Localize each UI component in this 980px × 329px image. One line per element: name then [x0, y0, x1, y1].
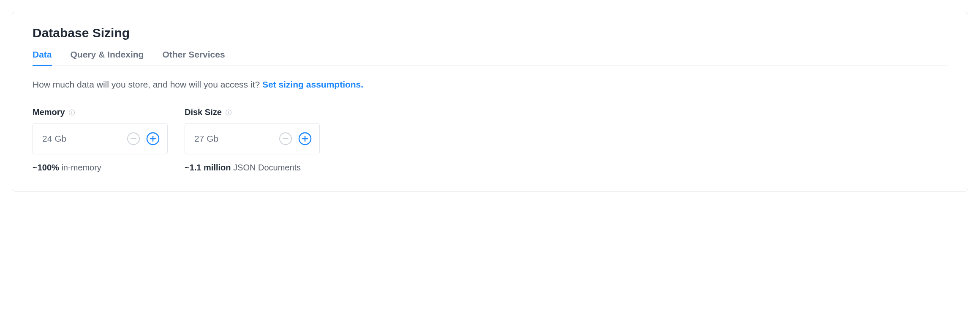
disk-hint-bold: ~1.1 million — [185, 163, 231, 172]
tabs: Data Query & Indexing Other Services — [33, 49, 947, 66]
disk-label-text: Disk Size — [185, 107, 222, 117]
svg-rect-15 — [305, 136, 306, 142]
memory-stepper-controls — [127, 132, 160, 145]
memory-hint-text: in-memory — [59, 163, 101, 172]
disk-field: Disk Size 27 Gb — [185, 107, 320, 173]
svg-rect-10 — [228, 112, 229, 114]
database-sizing-card: Database Sizing Data Query & Indexing Ot… — [12, 12, 968, 192]
fields-row: Memory 24 Gb — [33, 107, 947, 173]
disk-stepper: 27 Gb — [185, 123, 320, 154]
svg-rect-12 — [283, 138, 289, 139]
info-icon[interactable] — [225, 109, 232, 116]
disk-hint-text: JSON Documents — [231, 163, 301, 172]
memory-field: Memory 24 Gb — [33, 107, 168, 173]
memory-hint-bold: ~100% — [33, 163, 59, 172]
tab-data[interactable]: Data — [33, 49, 52, 66]
disk-increment-button[interactable] — [298, 132, 312, 145]
memory-stepper: 24 Gb — [33, 123, 168, 154]
memory-value: 24 Gb — [42, 134, 66, 144]
prompt-text: How much data will you store, and how wi… — [33, 80, 947, 90]
disk-stepper-controls — [279, 132, 312, 145]
svg-point-1 — [71, 111, 72, 112]
disk-hint: ~1.1 million JSON Documents — [185, 163, 320, 173]
memory-label: Memory — [33, 107, 168, 117]
prompt-question: How much data will you store, and how wi… — [33, 80, 262, 89]
set-assumptions-link[interactable]: Set sizing assumptions. — [262, 80, 363, 89]
page-title: Database Sizing — [33, 26, 947, 40]
info-icon[interactable] — [68, 109, 75, 116]
svg-point-9 — [228, 111, 229, 112]
memory-label-text: Memory — [33, 107, 65, 117]
memory-decrement-button[interactable] — [127, 132, 140, 145]
svg-rect-2 — [71, 112, 72, 114]
tab-other-services[interactable]: Other Services — [162, 49, 225, 66]
disk-decrement-button[interactable] — [279, 132, 292, 145]
memory-increment-button[interactable] — [146, 132, 160, 145]
disk-label: Disk Size — [185, 107, 320, 117]
disk-value: 27 Gb — [194, 134, 218, 144]
svg-rect-4 — [131, 138, 136, 139]
svg-rect-7 — [152, 136, 154, 142]
memory-hint: ~100% in-memory — [33, 163, 168, 173]
tab-query-indexing[interactable]: Query & Indexing — [71, 49, 144, 66]
